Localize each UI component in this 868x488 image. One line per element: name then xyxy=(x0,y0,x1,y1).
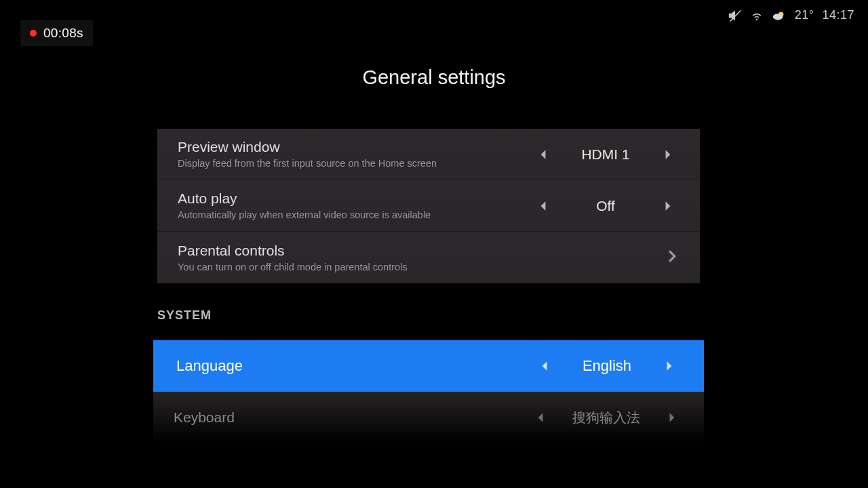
row-parental-title: Parental controls xyxy=(178,242,667,259)
row-language-title: Language xyxy=(176,357,533,375)
row-preview-subtitle: Display feed from the first input source… xyxy=(178,158,532,169)
wifi-icon xyxy=(750,9,764,22)
row-preview-title: Preview window xyxy=(178,138,532,155)
system-settings-panel: Language English Keyboard 搜狗输入法 xyxy=(153,340,704,443)
status-temperature: 21° xyxy=(795,8,814,22)
status-bar: 21° 14:17 xyxy=(728,8,854,22)
chevron-right-icon[interactable] xyxy=(658,361,681,371)
row-parental-subtitle: You can turn on or off child mode in par… xyxy=(178,262,667,273)
chevron-right-icon[interactable] xyxy=(660,412,684,423)
row-parental-controls[interactable]: Parental controls You can turn on or off… xyxy=(157,232,700,283)
general-settings-panel: Preview window Display feed from the fir… xyxy=(157,129,700,283)
row-preview-window[interactable]: Preview window Display feed from the fir… xyxy=(157,129,700,180)
row-autoplay-title: Auto play xyxy=(178,190,532,207)
row-preview-value: HDMI 1 xyxy=(555,146,656,163)
chevron-right-icon[interactable] xyxy=(656,149,679,160)
row-keyboard[interactable]: Keyboard 搜狗输入法 xyxy=(153,392,704,443)
row-language[interactable]: Language English xyxy=(153,340,704,392)
row-language-text: Language xyxy=(176,357,533,375)
page-title: General settings xyxy=(0,66,868,89)
row-keyboard-text: Keyboard xyxy=(174,409,529,426)
mute-icon xyxy=(728,9,742,22)
row-language-value: English xyxy=(556,357,658,375)
chevron-left-icon[interactable] xyxy=(532,201,555,211)
recording-indicator: 00:08s xyxy=(20,20,93,46)
section-header-system: SYSTEM xyxy=(157,308,700,323)
svg-point-3 xyxy=(773,14,783,20)
row-autoplay-subtitle: Automatically play when external video s… xyxy=(178,209,532,221)
row-auto-play[interactable]: Auto play Automatically play when extern… xyxy=(157,180,700,232)
chevron-left-icon[interactable] xyxy=(532,149,555,160)
weather-icon xyxy=(772,9,787,22)
row-autoplay-value: Off xyxy=(555,198,656,214)
row-preview-text: Preview window Display feed from the fir… xyxy=(178,138,532,170)
status-clock: 14:17 xyxy=(822,8,854,22)
svg-point-1 xyxy=(755,18,757,20)
record-dot-icon xyxy=(30,30,37,37)
chevron-left-icon[interactable] xyxy=(529,412,552,423)
row-keyboard-value: 搜狗输入法 xyxy=(552,409,660,427)
chevron-right-icon[interactable] xyxy=(656,201,679,211)
row-keyboard-title: Keyboard xyxy=(174,409,529,426)
row-parental-text: Parental controls You can turn on or off… xyxy=(178,242,667,274)
recording-elapsed: 00:08s xyxy=(43,26,83,41)
chevron-left-icon[interactable] xyxy=(533,361,556,371)
row-autoplay-text: Auto play Automatically play when extern… xyxy=(178,190,532,222)
chevron-right-icon xyxy=(667,250,679,265)
